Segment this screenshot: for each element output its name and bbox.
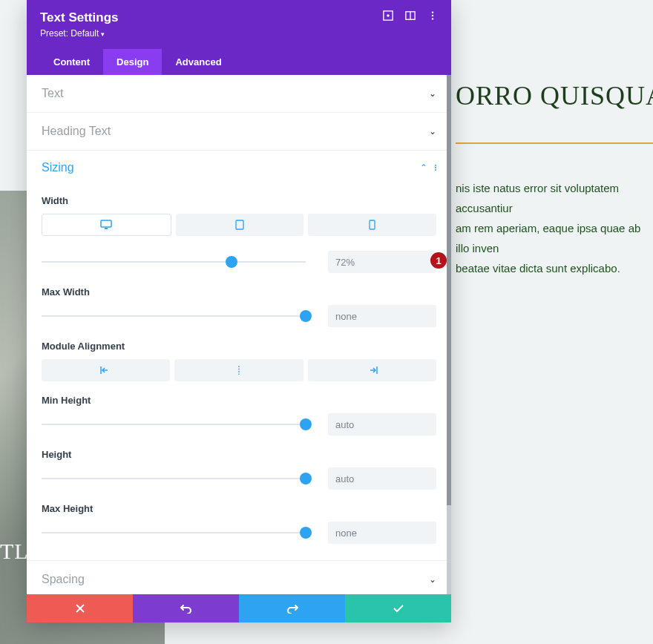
svg-point-5 bbox=[432, 15, 433, 16]
svg-point-1 bbox=[387, 14, 390, 17]
section-spacing[interactable]: Spacing ⌄ bbox=[27, 561, 451, 594]
settings-panel: Text Settings Preset: Default▾ Content D… bbox=[27, 0, 451, 622]
scrollbar[interactable] bbox=[447, 75, 451, 594]
svg-point-6 bbox=[432, 18, 433, 19]
max-width-input[interactable] bbox=[328, 305, 436, 327]
panel-footer bbox=[27, 594, 451, 622]
width-slider[interactable] bbox=[42, 257, 306, 267]
min-height-label: Min Height bbox=[42, 395, 436, 406]
background-paragraph: nis iste natus error sit voluptatem accu… bbox=[456, 178, 653, 278]
columns-icon[interactable] bbox=[405, 10, 416, 21]
align-left-button[interactable] bbox=[42, 359, 170, 381]
height-slider-row bbox=[42, 467, 436, 490]
chevron-down-icon: ⌄ bbox=[429, 126, 436, 137]
phone-icon bbox=[369, 220, 375, 230]
slider-thumb[interactable] bbox=[300, 310, 312, 322]
tab-advanced[interactable]: Advanced bbox=[162, 49, 234, 75]
close-icon bbox=[76, 604, 85, 613]
slider-thumb[interactable] bbox=[300, 527, 312, 539]
panel-body[interactable]: Text ⌄ Heading Text ⌄ Sizing ⌃ Width bbox=[27, 75, 451, 594]
height-label: Height bbox=[42, 449, 436, 460]
slider-thumb[interactable] bbox=[300, 418, 312, 430]
min-height-slider[interactable] bbox=[42, 419, 306, 430]
background-para-line: am rem aperiam, eaque ipsa quae ab illo … bbox=[456, 218, 653, 258]
responsive-device-tabs bbox=[42, 214, 436, 236]
max-height-slider[interactable] bbox=[42, 528, 306, 538]
background-para-line: nis iste natus error sit voluptatem accu… bbox=[456, 178, 653, 218]
tablet-icon bbox=[235, 220, 244, 230]
save-button[interactable] bbox=[345, 594, 451, 622]
width-label: Width bbox=[42, 195, 436, 206]
height-input[interactable] bbox=[328, 467, 436, 490]
max-height-slider-row bbox=[42, 522, 436, 544]
undo-icon bbox=[180, 603, 192, 614]
more-vert-icon[interactable] bbox=[427, 10, 438, 21]
preset-dropdown[interactable]: Preset: Default▾ bbox=[40, 28, 118, 39]
section-label: Text bbox=[42, 87, 63, 100]
section-more-icon[interactable] bbox=[435, 165, 436, 171]
max-width-slider-row bbox=[42, 305, 436, 327]
svg-rect-10 bbox=[370, 220, 375, 229]
panel-title: Text Settings bbox=[40, 10, 118, 25]
chevron-down-icon: ⌄ bbox=[429, 574, 436, 585]
max-height-input[interactable] bbox=[328, 522, 436, 544]
module-alignment-label: Module Alignment bbox=[42, 341, 436, 352]
background-para-line: beatae vitae dicta sunt explicabo. bbox=[456, 258, 653, 278]
svg-point-4 bbox=[432, 11, 433, 13]
align-left-icon bbox=[100, 366, 112, 375]
redo-icon bbox=[286, 603, 298, 614]
section-sizing[interactable]: Sizing ⌃ bbox=[27, 151, 451, 183]
svg-rect-8 bbox=[105, 228, 108, 229]
preset-label: Preset: Default bbox=[40, 28, 99, 39]
align-right-icon bbox=[366, 366, 378, 375]
panel-tabs: Content Design Advanced bbox=[40, 49, 438, 75]
align-center-button[interactable] bbox=[174, 359, 303, 381]
max-width-slider[interactable] bbox=[42, 311, 306, 321]
section-text[interactable]: Text ⌄ bbox=[27, 75, 451, 113]
caret-down-icon: ▾ bbox=[101, 30, 105, 38]
slider-thumb[interactable] bbox=[300, 473, 312, 484]
redo-button[interactable] bbox=[239, 594, 345, 622]
undo-button[interactable] bbox=[133, 594, 239, 622]
section-label: Heading Text bbox=[42, 125, 111, 138]
section-heading-text[interactable]: Heading Text ⌄ bbox=[27, 113, 451, 151]
panel-header: Text Settings Preset: Default▾ Content D… bbox=[27, 0, 451, 75]
chevron-up-icon: ⌃ bbox=[420, 162, 427, 173]
section-label: Spacing bbox=[42, 573, 85, 586]
svg-rect-9 bbox=[236, 220, 243, 229]
tab-design[interactable]: Design bbox=[103, 49, 162, 75]
width-input[interactable] bbox=[328, 251, 436, 273]
fullscreen-icon[interactable] bbox=[383, 10, 393, 21]
svg-rect-7 bbox=[101, 220, 111, 227]
cancel-button[interactable] bbox=[27, 594, 133, 622]
device-phone[interactable] bbox=[308, 214, 436, 236]
align-center-icon bbox=[233, 366, 245, 375]
check-icon bbox=[393, 604, 404, 613]
background-divider bbox=[456, 142, 653, 144]
align-right-button[interactable] bbox=[308, 359, 436, 381]
device-tablet[interactable] bbox=[176, 214, 304, 236]
device-desktop[interactable] bbox=[42, 214, 171, 236]
slider-thumb[interactable] bbox=[226, 256, 237, 268]
max-height-label: Max Height bbox=[42, 503, 436, 514]
min-height-slider-row bbox=[42, 413, 436, 436]
height-slider[interactable] bbox=[42, 473, 306, 484]
section-label: Sizing bbox=[42, 161, 74, 174]
max-width-label: Max Width bbox=[42, 286, 436, 298]
min-height-input[interactable] bbox=[328, 413, 436, 436]
sizing-body: Width 1 Max Width bbox=[27, 183, 451, 561]
chevron-down-icon: ⌄ bbox=[429, 88, 436, 99]
width-slider-row: 1 bbox=[42, 251, 436, 273]
tab-content[interactable]: Content bbox=[40, 49, 103, 75]
desktop-icon bbox=[100, 220, 112, 230]
background-side-text: TL bbox=[0, 539, 29, 564]
background-heading: ORRO QUISQUA bbox=[456, 80, 653, 111]
module-alignment-tabs bbox=[42, 359, 436, 381]
annotation-badge-1: 1 bbox=[430, 252, 447, 269]
